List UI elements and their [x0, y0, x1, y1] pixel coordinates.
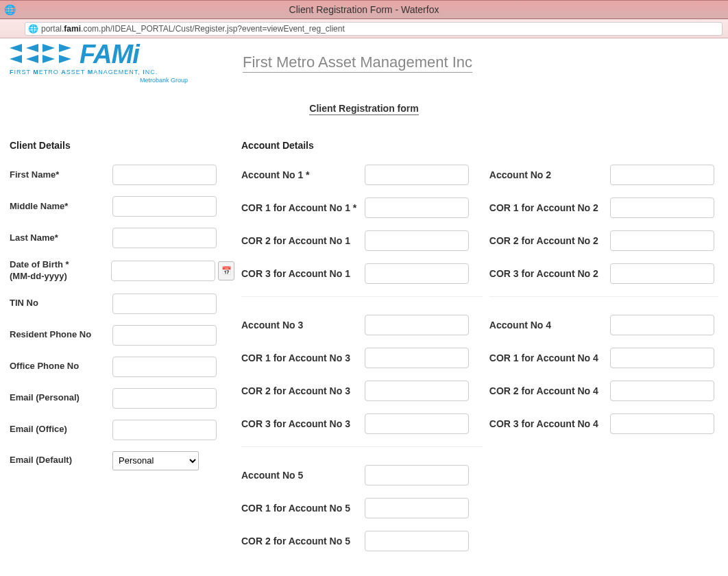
logo-brand: FAMi — [80, 41, 139, 67]
cor3-acct3-label: COR 3 for Account No 3 — [241, 418, 365, 430]
last-name-input[interactable] — [112, 228, 217, 248]
account-no-3-label: Account No 3 — [241, 319, 365, 331]
cor2-acct4-input[interactable] — [610, 381, 714, 401]
middle-name-label: Middle Name* — [10, 201, 112, 213]
account-no-3-input[interactable] — [365, 315, 469, 335]
section-account-details: Account Details — [241, 140, 483, 151]
calendar-icon: 📅 — [221, 266, 232, 276]
cor1-acct5-label: COR 1 for Account No 5 — [241, 502, 365, 514]
account-no-4-label: Account No 4 — [489, 319, 610, 331]
email-personal-input[interactable] — [112, 388, 217, 409]
tin-label: TIN No — [10, 298, 112, 309]
cor2-acct2-input[interactable] — [610, 230, 714, 251]
account-no-1-input[interactable] — [365, 165, 469, 185]
cor1-acct1-input[interactable] — [365, 197, 469, 218]
globe-icon: 🌐 — [28, 24, 38, 34]
email-office-label: Email (Office) — [10, 424, 112, 435]
cor1-acct2-input[interactable] — [610, 197, 714, 218]
page-subtitle: Client Registration form — [309, 103, 418, 115]
account-group-divider — [241, 296, 483, 297]
cor1-acct4-input[interactable] — [610, 348, 714, 368]
tin-input[interactable] — [112, 293, 217, 314]
cor3-acct2-label: COR 3 for Account No 2 — [489, 267, 610, 280]
first-name-input[interactable] — [112, 165, 217, 185]
last-name-label: Last Name* — [10, 232, 112, 244]
cor2-acct3-label: COR 2 for Account No 3 — [241, 385, 365, 397]
cor3-acct2-input[interactable] — [610, 263, 714, 284]
cor3-acct1-label: COR 3 for Account No 1 — [241, 267, 365, 280]
window-title: Client Registration Form - Waterfox — [289, 4, 439, 15]
cor1-acct3-input[interactable] — [365, 348, 469, 368]
cor2-acct1-label: COR 2 for Account No 1 — [241, 235, 365, 247]
company-title: First Metro Asset Management Inc — [243, 53, 472, 73]
cor1-acct1-label: COR 1 for Account No 1 * — [241, 202, 365, 214]
resident-phone-label: Resident Phone No — [10, 329, 112, 341]
cor3-acct3-input[interactable] — [365, 413, 469, 434]
email-default-label: Email (Default) — [10, 455, 112, 466]
datepicker-button[interactable]: 📅 — [218, 261, 234, 280]
cor2-acct5-label: COR 2 for Account No 5 — [241, 535, 365, 547]
account-no-2-input[interactable] — [610, 165, 714, 185]
section-client-details: Client Details — [10, 140, 234, 151]
dob-label: Date of Birth * (MM-dd-yyyy) — [10, 259, 111, 283]
email-office-input[interactable] — [112, 420, 217, 440]
logo-tagline: FIRST METRO ASSET MANAGEMENT, INC. — [10, 69, 188, 75]
url-text: portal.fami.com.ph/IDEAL_PORTAL/Cust/Reg… — [41, 24, 345, 34]
account-no-1-label: Account No 1 * — [241, 169, 365, 181]
browser-addressbar: 🌐 portal.fami.com.ph/IDEAL_PORTAL/Cust/R… — [0, 19, 728, 38]
cor2-acct2-label: COR 2 for Account No 2 — [489, 235, 610, 247]
cor2-acct4-label: COR 2 for Account No 4 — [489, 385, 610, 397]
middle-name-input[interactable] — [112, 196, 217, 217]
email-personal-label: Email (Personal) — [10, 392, 112, 404]
company-logo: FAMi FIRST METRO ASSET MANAGEMENT, INC. … — [10, 41, 188, 84]
account-no-5-label: Account No 5 — [241, 469, 365, 481]
account-group-divider — [241, 446, 483, 447]
account-no-2-label: Account No 2 — [489, 169, 610, 181]
first-name-label: First Name* — [10, 169, 112, 181]
cor1-acct3-label: COR 1 for Account No 3 — [241, 352, 365, 364]
cor3-acct4-label: COR 3 for Account No 4 — [489, 418, 610, 430]
account-group-divider — [489, 296, 718, 297]
dob-input[interactable] — [111, 261, 215, 281]
office-phone-label: Office Phone No — [10, 361, 112, 372]
email-default-select[interactable]: Personal — [112, 451, 199, 470]
url-field[interactable]: 🌐 portal.fami.com.ph/IDEAL_PORTAL/Cust/R… — [25, 22, 723, 36]
cor3-acct1-input[interactable] — [365, 263, 469, 284]
cor1-acct4-label: COR 1 for Account No 4 — [489, 352, 610, 364]
cor2-acct1-input[interactable] — [365, 230, 469, 251]
cor3-acct4-input[interactable] — [610, 413, 714, 434]
cor2-acct3-input[interactable] — [365, 381, 469, 401]
cor1-acct5-input[interactable] — [365, 498, 469, 518]
app-icon: 🌐 — [4, 4, 16, 15]
resident-phone-input[interactable] — [112, 325, 217, 346]
office-phone-input[interactable] — [112, 357, 217, 377]
logo-metrobank-group: Metrobank Group — [10, 77, 188, 84]
cor2-acct5-input[interactable] — [365, 531, 469, 551]
window-titlebar: 🌐 Client Registration Form - Waterfox — [0, 0, 728, 19]
account-no-4-input[interactable] — [610, 315, 714, 335]
account-no-5-input[interactable] — [365, 465, 469, 485]
cor1-acct2-label: COR 1 for Account No 2 — [489, 202, 610, 214]
